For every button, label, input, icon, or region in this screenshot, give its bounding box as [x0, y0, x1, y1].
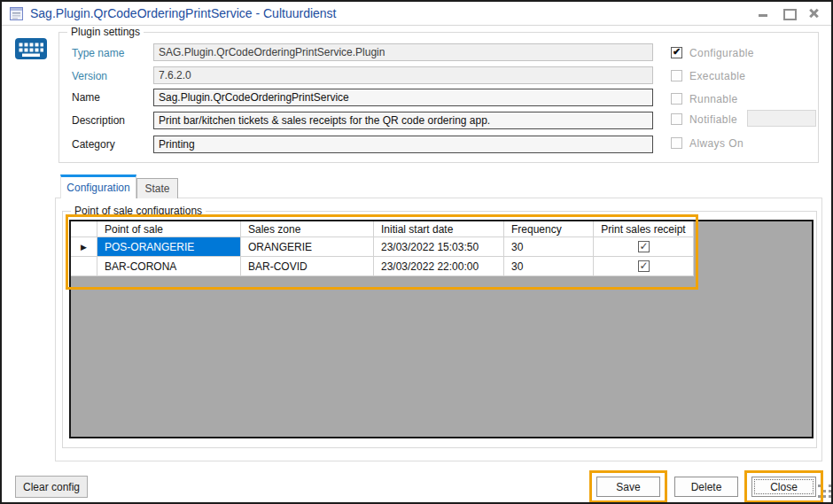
- notifiable-checkbox: [671, 113, 682, 125]
- print-sales-receipt-checkbox[interactable]: [638, 241, 650, 252]
- print-sales-receipt-checkbox[interactable]: [638, 260, 650, 272]
- configurable-row: Configurable: [671, 46, 754, 59]
- plugin-dialog-window: Sag.Plugin.QrCodeOrderingPrintService - …: [0, 0, 833, 504]
- executable-row: Executable: [671, 69, 745, 82]
- row-selector-header: [71, 221, 97, 237]
- version-label: Version: [72, 70, 107, 82]
- window-title: Sag.Plugin.QrCodeOrderingPrintService - …: [30, 6, 337, 20]
- resize-grip[interactable]: [818, 485, 832, 500]
- column-header-initial-start-date[interactable]: Initial start date: [374, 221, 504, 237]
- always-on-checkbox: [671, 137, 682, 149]
- cell-frequency[interactable]: 30: [504, 237, 594, 257]
- cell-initial-start-date[interactable]: 23/03/2022 22:00:00: [374, 257, 504, 276]
- row-selector-cell[interactable]: ▶: [71, 237, 97, 257]
- pos-configurations-grid: Point of sale Sales zone Initial start d…: [69, 220, 814, 438]
- column-header-sales-zone[interactable]: Sales zone: [241, 221, 374, 237]
- plugin-settings-group-label: Plugin settings: [67, 26, 144, 38]
- save-button[interactable]: Save: [596, 477, 660, 497]
- maximize-icon[interactable]: [782, 8, 795, 19]
- grid-header-row: Point of sale Sales zone Initial start d…: [71, 221, 812, 237]
- row-selector-cell[interactable]: [71, 257, 97, 276]
- notifiable-label: Notifiable: [689, 113, 737, 126]
- form-icon: [10, 7, 23, 20]
- configurable-label: Configurable: [689, 47, 754, 59]
- tab-configuration[interactable]: Configuration: [60, 174, 136, 198]
- notifiable-row: Notifiable: [671, 112, 737, 126]
- configurable-checkbox: [671, 47, 682, 58]
- runnable-label: Runnable: [689, 93, 738, 105]
- cell-frequency[interactable]: 30: [504, 257, 594, 276]
- type-name-label: Type name: [72, 47, 124, 59]
- clear-config-button[interactable]: Clear config: [15, 476, 88, 498]
- cell-print-sales-receipt: [594, 237, 694, 257]
- notifiable-input: [747, 110, 816, 127]
- tab-state[interactable]: State: [136, 178, 178, 198]
- cell-print-sales-receipt: [594, 257, 694, 276]
- always-on-row: Always On: [671, 136, 743, 150]
- version-input: [153, 66, 653, 84]
- executable-label: Executable: [689, 70, 745, 82]
- category-input[interactable]: [153, 136, 653, 153]
- titlebar: Sag.Plugin.QrCodeOrderingPrintService - …: [2, 2, 831, 26]
- runnable-row: Runnable: [671, 92, 738, 105]
- column-header-print-sales-receipt[interactable]: Print sales receipt: [594, 221, 694, 237]
- keyboard-icon: [14, 35, 48, 62]
- close-window-icon[interactable]: [807, 8, 820, 19]
- delete-button[interactable]: Delete: [674, 477, 738, 497]
- always-on-label: Always On: [689, 137, 743, 150]
- description-input[interactable]: [153, 112, 653, 129]
- column-header-frequency[interactable]: Frequency: [504, 221, 594, 237]
- cell-point-of-sale[interactable]: POS-ORANGERIE: [97, 237, 241, 257]
- cell-point-of-sale[interactable]: BAR-CORONA: [97, 257, 241, 276]
- window-controls: [758, 8, 823, 19]
- plugin-settings-group: Plugin settings Type name Version Name D…: [58, 32, 819, 163]
- pos-configurations-group-label: Point of sale configurations: [71, 205, 206, 217]
- current-row-indicator-icon: ▶: [81, 243, 87, 252]
- executable-checkbox: [671, 70, 682, 81]
- cell-sales-zone[interactable]: ORANGERIE: [241, 237, 374, 257]
- type-name-input: [153, 43, 653, 61]
- name-label: Name: [72, 91, 100, 104]
- cell-initial-start-date[interactable]: 23/03/2022 15:03:50: [374, 237, 504, 257]
- column-header-point-of-sale[interactable]: Point of sale: [97, 221, 241, 237]
- cell-sales-zone[interactable]: BAR-COVID: [241, 257, 374, 276]
- minimize-icon[interactable]: [758, 8, 770, 19]
- category-label: Category: [72, 138, 115, 151]
- runnable-checkbox: [671, 93, 682, 105]
- description-label: Description: [72, 114, 125, 127]
- name-input[interactable]: [153, 89, 653, 106]
- grid-row-bar-corona: BAR-CORONA BAR-COVID 23/03/2022 22:00:00…: [71, 257, 812, 276]
- grid-row-pos-orangerie: ▶ POS-ORANGERIE ORANGERIE 23/03/2022 15:…: [71, 237, 812, 257]
- close-button[interactable]: Close: [751, 477, 816, 497]
